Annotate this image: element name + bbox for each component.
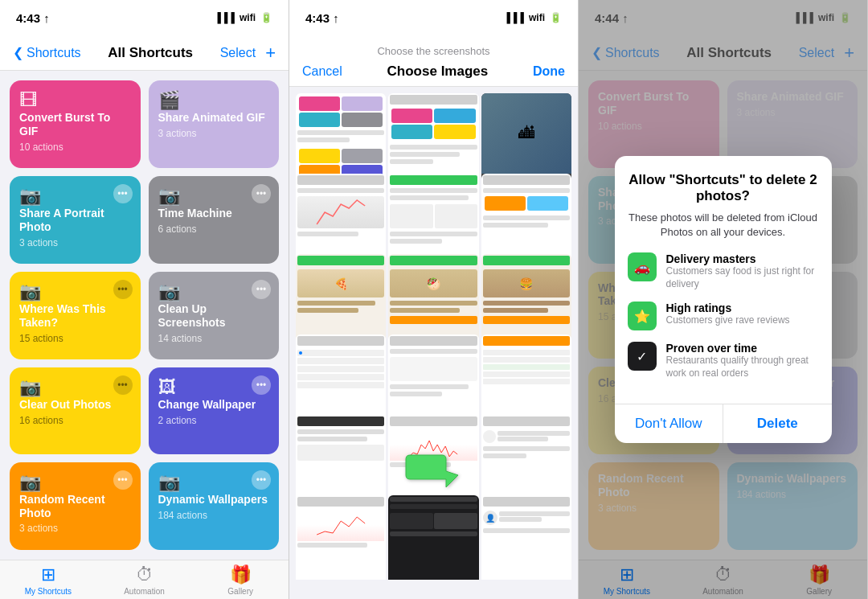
shortcut-where-was-taken[interactable]: 📷 Where Was This Taken? 15 actions ••• bbox=[10, 272, 141, 359]
green-arrow-icon bbox=[402, 451, 466, 499]
proven-icon: ✓ bbox=[628, 342, 657, 371]
add-button-left[interactable]: + bbox=[265, 43, 276, 64]
nav-bar-left: ❮ Shortcuts All Shortcuts Select + bbox=[0, 35, 289, 71]
more-button-clear-photos[interactable]: ••• bbox=[113, 375, 133, 395]
signal-icon: ▐▐▐ bbox=[214, 12, 235, 23]
card-actions-dynamic-wallpapers: 184 actions bbox=[158, 510, 270, 521]
dialog-message: These photos will be deleted from iCloud… bbox=[628, 211, 819, 240]
card-actions-clean-screenshots: 14 actions bbox=[158, 333, 270, 344]
proven-text: Proven over time Restaurants qualify thr… bbox=[666, 342, 819, 380]
shortcut-share-portrait[interactable]: 📷 Share A Portrait Photo 3 actions ••• bbox=[10, 176, 141, 264]
tab-bar-left: ⊞ My Shortcuts ⏱ Automation 🎁 Gallery bbox=[0, 560, 289, 599]
card-icon-where-taken: 📷 bbox=[19, 281, 41, 302]
card-actions-clear-photos: 16 actions bbox=[19, 415, 131, 426]
card-title-clear-photos: Clear Out Photos bbox=[19, 398, 131, 412]
right-phone: 4:44 ↑ ▐▐▐ wifi 🔋 ❮ Shortcuts All Shortc… bbox=[579, 0, 868, 599]
dont-allow-button[interactable]: Don't Allow bbox=[615, 404, 724, 443]
screenshot-thumb-18[interactable]: 👤 bbox=[481, 495, 571, 580]
card-title-change-wallpaper: Change Wallpaper bbox=[158, 398, 270, 412]
card-actions-share-gif: 3 actions bbox=[158, 128, 270, 139]
dialog-content: Allow "Shortcuts" to delete 2 photos? Th… bbox=[615, 156, 832, 404]
shortcut-random-photo[interactable]: 📷 Random Recent Photo 3 actions ••• bbox=[10, 462, 141, 550]
card-title-convert-burst: Convert Burst To GIF bbox=[19, 111, 131, 138]
tab-gallery-left[interactable]: 🎁 Gallery bbox=[192, 564, 289, 596]
screenshot-thumb-17[interactable] bbox=[388, 495, 478, 580]
tab-my-shortcuts-left[interactable]: ⊞ My Shortcuts bbox=[0, 564, 96, 596]
card-icon-dynamic-wallpapers: 📷 bbox=[158, 472, 180, 492]
status-icons-middle: ▐▐▐ wifi 🔋 bbox=[503, 12, 562, 23]
shortcut-time-machine[interactable]: 📷 Time Machine 6 actions ••• bbox=[149, 176, 280, 264]
dialog-item-proven: ✓ Proven over time Restaurants qualify t… bbox=[628, 342, 819, 380]
card-icon-clear-photos: 📷 bbox=[19, 377, 41, 397]
card-icon-share-portrait: 📷 bbox=[19, 186, 41, 206]
automation-label-left: Automation bbox=[124, 587, 165, 596]
choose-title: Choose Images bbox=[387, 64, 489, 80]
gallery-icon-left: 🎁 bbox=[230, 564, 252, 585]
shortcuts-grid-left: 🎞 Convert Burst To GIF 10 actions 🎬 Shar… bbox=[0, 71, 289, 560]
select-button-left[interactable]: Select bbox=[220, 46, 256, 60]
proven-title: Proven over time bbox=[666, 342, 819, 355]
battery-icon-mid: 🔋 bbox=[550, 12, 562, 23]
card-actions-time-machine: 6 actions bbox=[158, 224, 270, 235]
more-button-share-portrait[interactable]: ••• bbox=[113, 184, 133, 203]
choose-cancel-button[interactable]: Cancel bbox=[302, 64, 342, 79]
card-title-clean-screenshots: Clean Up Screenshots bbox=[158, 302, 270, 330]
tab-automation-left[interactable]: ⏱ Automation bbox=[96, 564, 193, 596]
choose-images-header: Choose the screenshots Cancel Choose Ima… bbox=[289, 35, 578, 87]
delete-button[interactable]: Delete bbox=[723, 404, 832, 443]
nav-title-left: All Shortcuts bbox=[108, 45, 193, 61]
status-bar-left: 4:43 ↑ ▐▐▐ wifi 🔋 bbox=[0, 0, 289, 35]
back-button-left[interactable]: ❮ Shortcuts bbox=[13, 45, 81, 60]
automation-icon-left: ⏱ bbox=[136, 564, 154, 585]
ratings-title: High ratings bbox=[666, 302, 790, 314]
green-arrow-overlay bbox=[402, 451, 466, 503]
shortcut-change-wallpaper[interactable]: 🖼 Change Wallpaper 2 actions ••• bbox=[149, 367, 280, 454]
ratings-icon: ⭐ bbox=[628, 302, 657, 330]
shortcut-convert-burst[interactable]: 🎞 Convert Burst To GIF 10 actions bbox=[10, 80, 141, 168]
card-actions-where-taken: 15 actions bbox=[19, 333, 131, 344]
shortcut-share-animated-gif[interactable]: 🎬 Share Animated GIF 3 actions bbox=[149, 80, 280, 168]
screenshot-thumb-16[interactable] bbox=[296, 495, 386, 580]
card-actions-change-wallpaper: 2 actions bbox=[158, 415, 270, 426]
gallery-label-left: Gallery bbox=[227, 587, 253, 596]
card-actions-random-photo: 3 actions bbox=[19, 523, 131, 534]
delivery-text: Delivery masters Customers say food is j… bbox=[666, 252, 819, 290]
delivery-icon: 🚗 bbox=[628, 252, 657, 281]
nav-actions-left: Select + bbox=[220, 43, 276, 64]
card-actions-convert-burst: 10 actions bbox=[19, 142, 131, 153]
more-button-time-machine[interactable]: ••• bbox=[252, 184, 271, 203]
dialog-title: Allow "Shortcuts" to delete 2 photos? bbox=[628, 172, 819, 204]
ratings-text: High ratings Customers give rave reviews bbox=[666, 302, 790, 327]
dialog-item-ratings: ⭐ High ratings Customers give rave revie… bbox=[628, 302, 819, 330]
status-icons-left: ▐▐▐ wifi 🔋 bbox=[214, 12, 272, 23]
left-phone: 4:43 ↑ ▐▐▐ wifi 🔋 ❮ Shortcuts All Shortc… bbox=[0, 0, 289, 599]
card-title-share-gif: Share Animated GIF bbox=[158, 111, 270, 125]
more-button-change-wallpaper[interactable]: ••• bbox=[252, 375, 271, 395]
shortcut-clear-photos[interactable]: 📷 Clear Out Photos 16 actions ••• bbox=[10, 367, 141, 454]
shortcut-clean-screenshots[interactable]: 📷 Clean Up Screenshots 14 actions ••• bbox=[149, 272, 280, 359]
choose-done-button[interactable]: Done bbox=[533, 64, 565, 79]
card-icon-change-wallpaper: 🖼 bbox=[158, 377, 176, 397]
status-time-middle: 4:43 ↑ bbox=[305, 11, 339, 25]
screenshots-grid: 🏙 bbox=[289, 87, 578, 580]
shortcut-dynamic-wallpapers[interactable]: 📷 Dynamic Wallpapers 184 actions ••• bbox=[149, 462, 280, 550]
proven-desc: Restaurants qualify through great work o… bbox=[666, 355, 819, 380]
ratings-desc: Customers give rave reviews bbox=[666, 314, 790, 327]
card-title-time-machine: Time Machine bbox=[158, 207, 270, 220]
more-button-clean-screenshots[interactable]: ••• bbox=[252, 280, 271, 299]
more-button-random-photo[interactable]: ••• bbox=[113, 470, 133, 490]
my-shortcuts-label-left: My Shortcuts bbox=[25, 587, 72, 596]
chevron-left-icon: ❮ bbox=[13, 45, 23, 60]
delivery-title: Delivery masters bbox=[666, 252, 819, 265]
my-shortcuts-icon-left: ⊞ bbox=[41, 564, 55, 585]
permission-dialog: Allow "Shortcuts" to delete 2 photos? Th… bbox=[615, 156, 832, 444]
more-button-where-taken[interactable]: ••• bbox=[113, 280, 133, 299]
middle-phone: 4:43 ↑ ▐▐▐ wifi 🔋 Choose the screenshots… bbox=[289, 0, 579, 599]
signal-icon-mid: ▐▐▐ bbox=[503, 12, 524, 23]
card-icon-share-gif: 🎬 bbox=[158, 90, 180, 110]
delivery-desc: Customers say food is just right for del… bbox=[666, 265, 819, 290]
card-icon-convert-burst: 🎞 bbox=[19, 90, 37, 110]
card-title-dynamic-wallpapers: Dynamic Wallpapers bbox=[158, 493, 270, 507]
more-button-dynamic-wallpapers[interactable]: ••• bbox=[252, 470, 271, 490]
wifi-icon: wifi bbox=[240, 12, 256, 23]
